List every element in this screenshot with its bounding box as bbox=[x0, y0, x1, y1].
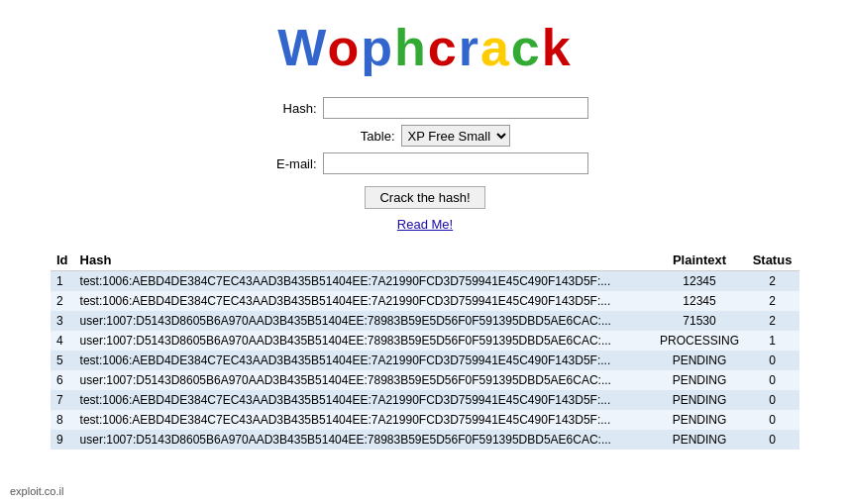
table-row: Table: XP Free Small XP Free Fast WPA MD… bbox=[341, 125, 510, 147]
col-hash: Hash bbox=[74, 250, 654, 271]
table-row: 3user:1007:D5143D8605B6A970AAD3B435B5140… bbox=[51, 311, 799, 331]
cell-id: 4 bbox=[51, 331, 74, 351]
cell-plaintext: 12345 bbox=[654, 271, 745, 292]
crack-button[interactable]: Crack the hash! bbox=[365, 186, 484, 209]
cell-id: 7 bbox=[51, 390, 74, 410]
table-row: 6user:1007:D5143D8605B6A970AAD3B435B5140… bbox=[51, 370, 799, 390]
table-row: 7test:1006:AEBD4DE384C7EC43AAD3B435B5140… bbox=[51, 390, 799, 410]
col-status: Status bbox=[745, 250, 799, 271]
cell-id: 8 bbox=[51, 410, 74, 430]
footer: exploit.co.il bbox=[0, 479, 850, 503]
cell-hash: test:1006:AEBD4DE384C7EC43AAD3B435B51404… bbox=[74, 291, 654, 311]
hash-input[interactable] bbox=[323, 97, 588, 119]
cell-hash: test:1006:AEBD4DE384C7EC43AAD3B435B51404… bbox=[74, 351, 654, 370]
cell-hash: user:1007:D5143D8605B6A970AAD3B435B51404… bbox=[74, 430, 654, 450]
cell-plaintext: PROCESSING bbox=[654, 331, 745, 351]
email-label: E-mail: bbox=[263, 156, 317, 171]
table-header-row: Id Hash Plaintext Status bbox=[51, 250, 799, 271]
title-letter-r: r bbox=[459, 19, 480, 76]
cell-status: 2 bbox=[745, 271, 799, 292]
cell-plaintext: PENDING bbox=[654, 351, 745, 370]
cell-hash: test:1006:AEBD4DE384C7EC43AAD3B435B51404… bbox=[74, 410, 654, 430]
table-body: 1test:1006:AEBD4DE384C7EC43AAD3B435B5140… bbox=[51, 271, 799, 451]
col-plaintext: Plaintext bbox=[654, 250, 745, 271]
cell-status: 0 bbox=[745, 370, 799, 390]
table-row: 2test:1006:AEBD4DE384C7EC43AAD3B435B5140… bbox=[51, 291, 799, 311]
cell-hash: user:1007:D5143D8605B6A970AAD3B435B51404… bbox=[74, 370, 654, 390]
email-row: E-mail: bbox=[263, 152, 588, 174]
hash-row: Hash: bbox=[263, 97, 588, 119]
cell-plaintext: PENDING bbox=[654, 370, 745, 390]
title-letter-c1: c bbox=[428, 19, 459, 76]
title-letter-o: o bbox=[327, 19, 361, 76]
app-title: Wophcrack bbox=[0, 18, 850, 77]
header: Wophcrack bbox=[0, 0, 850, 87]
cell-status: 0 bbox=[745, 430, 799, 450]
cell-status: 0 bbox=[745, 351, 799, 370]
cell-id: 9 bbox=[51, 430, 74, 450]
table-select[interactable]: XP Free Small XP Free Fast WPA MD5 bbox=[401, 125, 510, 147]
results-table: Id Hash Plaintext Status 1test:1006:AEBD… bbox=[51, 250, 799, 450]
table-row: 9user:1007:D5143D8605B6A970AAD3B435B5140… bbox=[51, 430, 799, 450]
cell-status: 2 bbox=[745, 291, 799, 311]
cell-hash: test:1006:AEBD4DE384C7EC43AAD3B435B51404… bbox=[74, 390, 654, 410]
title-letter-p: p bbox=[361, 19, 394, 76]
cell-id: 6 bbox=[51, 370, 74, 390]
title-letter-W: W bbox=[277, 19, 327, 76]
cell-hash: test:1006:AEBD4DE384C7EC43AAD3B435B51404… bbox=[74, 271, 654, 292]
cell-plaintext: PENDING bbox=[654, 430, 745, 450]
table-row: 4user:1007:D5143D8605B6A970AAD3B435B5140… bbox=[51, 331, 799, 351]
footer-text: exploit.co.il bbox=[10, 485, 63, 497]
table-row: 8test:1006:AEBD4DE384C7EC43AAD3B435B5140… bbox=[51, 410, 799, 430]
table-label: Table: bbox=[341, 129, 395, 144]
cell-plaintext: 71530 bbox=[654, 311, 745, 331]
table-row: 5test:1006:AEBD4DE384C7EC43AAD3B435B5140… bbox=[51, 351, 799, 370]
cell-status: 0 bbox=[745, 390, 799, 410]
email-input[interactable] bbox=[323, 152, 588, 174]
title-letter-h: h bbox=[394, 19, 428, 76]
cell-id: 1 bbox=[51, 271, 74, 292]
table-row: 1test:1006:AEBD4DE384C7EC43AAD3B435B5140… bbox=[51, 271, 799, 292]
cell-id: 2 bbox=[51, 291, 74, 311]
title-letter-a: a bbox=[480, 19, 511, 76]
cell-id: 5 bbox=[51, 351, 74, 370]
results-section: Id Hash Plaintext Status 1test:1006:AEBD… bbox=[51, 250, 799, 450]
cell-hash: user:1007:D5143D8605B6A970AAD3B435B51404… bbox=[74, 331, 654, 351]
cell-plaintext: 12345 bbox=[654, 291, 745, 311]
cell-status: 0 bbox=[745, 410, 799, 430]
title-letter-c2: c bbox=[511, 19, 542, 76]
col-id: Id bbox=[51, 250, 74, 271]
cell-hash: user:1007:D5143D8605B6A970AAD3B435B51404… bbox=[74, 311, 654, 331]
cell-plaintext: PENDING bbox=[654, 390, 745, 410]
form-area: Hash: Table: XP Free Small XP Free Fast … bbox=[0, 97, 850, 232]
title-letter-k: k bbox=[542, 19, 573, 76]
cell-plaintext: PENDING bbox=[654, 410, 745, 430]
cell-status: 2 bbox=[745, 311, 799, 331]
cell-id: 3 bbox=[51, 311, 74, 331]
cell-status: 1 bbox=[745, 331, 799, 351]
hash-label: Hash: bbox=[263, 101, 317, 116]
read-me-link[interactable]: Read Me! bbox=[397, 217, 453, 232]
